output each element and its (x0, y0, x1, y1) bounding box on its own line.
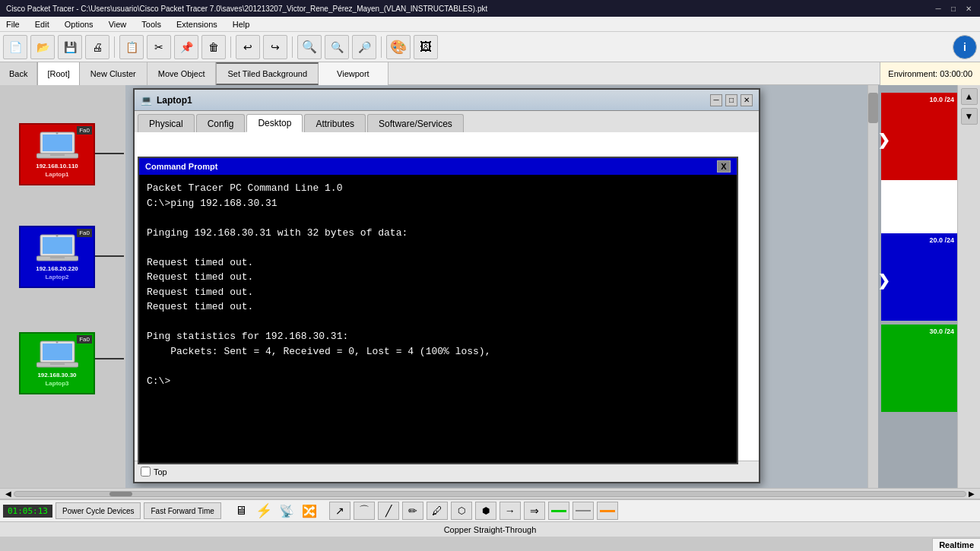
drawing-tools: ↗ ⌒ ╱ ✏ 🖊 ⬡ ⬢ → ⇒ (329, 502, 618, 520)
power-cycle-button[interactable]: Power Cycle Devices (56, 502, 141, 519)
network-label-green: 30.0 /24 (929, 328, 954, 335)
back-button[interactable]: Back (0, 62, 37, 85)
svg-rect-1 (43, 135, 72, 151)
root-label: [Root] (37, 62, 79, 85)
double-arrow-tool[interactable]: ⇒ (524, 502, 545, 520)
info-button[interactable]: i (953, 35, 977, 59)
vertical-scrollbar[interactable] (867, 85, 878, 488)
paste-button[interactable]: 📌 (174, 35, 198, 59)
cut-button[interactable]: ✂ (147, 35, 171, 59)
new-cluster-button[interactable]: New Cluster (80, 62, 147, 85)
arrow-tool[interactable]: ↗ (329, 502, 350, 520)
menu-help[interactable]: Help (230, 18, 253, 30)
sep4 (381, 36, 382, 58)
menu-edit[interactable]: Edit (32, 18, 52, 30)
network-box-white (881, 180, 957, 233)
undo-button[interactable]: ↩ (236, 35, 260, 59)
tab-config[interactable]: Config (196, 114, 246, 132)
node-laptop-blue[interactable]: Fa0 192.168.20.220 Laptop2 (19, 226, 95, 288)
cmd-title: Command Prompt (145, 162, 217, 171)
right-arrow-tool[interactable]: → (500, 502, 521, 520)
print-button[interactable]: 🖨 (85, 35, 109, 59)
save-button[interactable]: 💾 (58, 35, 82, 59)
horizontal-scrollbar[interactable]: ◀ ▶ (0, 488, 980, 499)
cmd-close-button[interactable]: X (717, 160, 731, 173)
polygon-tool[interactable]: ⬡ (451, 502, 472, 520)
dashed-line-tool[interactable] (572, 502, 594, 520)
fill-tool[interactable]: ⬢ (475, 502, 496, 520)
node-laptop-red[interactable]: Fa0 192.168.10.110 Laptop1 (19, 123, 95, 185)
network-box-red: 10.0 /24 (881, 93, 957, 180)
new-button[interactable]: 📄 (3, 35, 27, 59)
tab-attributes[interactable]: Attributes (304, 114, 366, 132)
tab-physical[interactable]: Physical (138, 114, 195, 132)
maximize-button[interactable]: □ (948, 3, 959, 14)
sublabel-laptop-green: Laptop3 (45, 380, 68, 387)
scroll-thumb[interactable] (109, 492, 132, 496)
menu-extensions[interactable]: Extensions (173, 18, 220, 30)
fast-forward-button[interactable]: Fast Forward Time (144, 502, 220, 519)
viewport-button[interactable]: Viewport (319, 62, 389, 85)
app-title: Cisco Packet Tracer - C:\Users\usuario\C… (6, 5, 487, 13)
svg-rect-6 (43, 237, 72, 254)
menu-tools[interactable]: Tools (138, 18, 164, 30)
svg-rect-11 (43, 344, 72, 360)
time-display: 01:05:13 (3, 505, 52, 518)
title-bar-controls: ─ □ ✕ (933, 3, 974, 14)
right-panel-btn2[interactable]: ▼ (961, 108, 978, 125)
menu-options[interactable]: Options (62, 18, 97, 30)
zoom-in-button[interactable]: 🔍 (297, 35, 322, 59)
close-button[interactable]: ✕ (963, 3, 974, 14)
tab-software-services[interactable]: Software/Services (367, 114, 464, 132)
laptop-window-icon: 💻 (141, 95, 152, 106)
router-icon[interactable]: 📡 (278, 502, 296, 520)
node-box-green: Fa0 192.168.30.30 Laptop3 (19, 332, 95, 394)
marker-tool[interactable]: 🖊 (427, 502, 448, 520)
fa0-label-green: Fa0 (77, 335, 92, 344)
delete-button[interactable]: 🗑 (201, 35, 226, 59)
right-panel-btn1[interactable]: ▲ (961, 88, 978, 105)
laptop-maximize-button[interactable]: □ (725, 94, 737, 106)
menu-view[interactable]: View (106, 18, 130, 30)
node-laptop-green[interactable]: Fa0 192.168.30.30 Laptop3 (19, 332, 95, 394)
line-tool[interactable]: ╱ (378, 502, 399, 520)
svg-point-14 (56, 341, 58, 344)
device-icons: 🖥 ⚡ 📡 🔀 (232, 502, 319, 520)
redo-button[interactable]: ↪ (263, 35, 287, 59)
right-network-area: 10.0 /24 20.0 /24 30.0 /24 ❯ ❯ (877, 85, 957, 488)
right-panel: ▲ ▼ (957, 85, 980, 488)
top-checkbox[interactable] (141, 467, 151, 477)
tab-desktop[interactable]: Desktop (246, 114, 303, 132)
lightning-icon[interactable]: ⚡ (255, 502, 273, 520)
minimize-button[interactable]: ─ (933, 3, 944, 14)
green-line-tool[interactable] (548, 502, 569, 520)
monitor-icon[interactable]: 🖥 (232, 502, 250, 520)
palette-button[interactable]: 🎨 (386, 35, 411, 59)
scroll-left-button[interactable]: ◀ (3, 489, 14, 498)
curve-tool[interactable]: ⌒ (354, 502, 375, 520)
move-object-button[interactable]: Move Object (147, 62, 217, 85)
copy-button[interactable]: 📋 (119, 35, 144, 59)
laptop-close-button[interactable]: ✕ (741, 94, 753, 106)
open-button[interactable]: 📂 (30, 35, 55, 59)
orange-line-tool[interactable] (597, 502, 618, 520)
svg-rect-13 (50, 363, 65, 365)
pencil-tool[interactable]: ✏ (402, 502, 423, 520)
svg-rect-8 (50, 256, 65, 258)
scroll-right-button[interactable]: ▶ (966, 489, 977, 498)
laptop-window-title-text: Laptop1 (157, 95, 192, 106)
switch-icon[interactable]: 🔀 (300, 502, 319, 520)
another-find-button[interactable]: 🔎 (352, 35, 376, 59)
laptop-minimize-button[interactable]: ─ (710, 94, 722, 106)
canvas[interactable]: 10.0 /24 20.0 /24 30.0 /24 ❯ ❯ 💻 Laptop1 (125, 85, 957, 488)
tiled-background-button[interactable]: Set Tiled Background (216, 62, 319, 85)
svg-point-4 (56, 132, 58, 135)
chevron-right-icon-2: ❯ (877, 271, 890, 290)
find-button[interactable]: 🔍 (325, 35, 349, 59)
cmd-content[interactable]: Packet Tracer PC Command Line 1.0 C:\>pi… (139, 175, 737, 463)
menu-file[interactable]: File (3, 18, 23, 30)
laptop-svg-red (36, 131, 78, 161)
custom-icon-button[interactable]: 🖼 (414, 35, 438, 59)
scroll-track[interactable] (14, 491, 966, 497)
tab-content: Command Prompt X Packet Tracer PC Comman… (135, 132, 759, 461)
